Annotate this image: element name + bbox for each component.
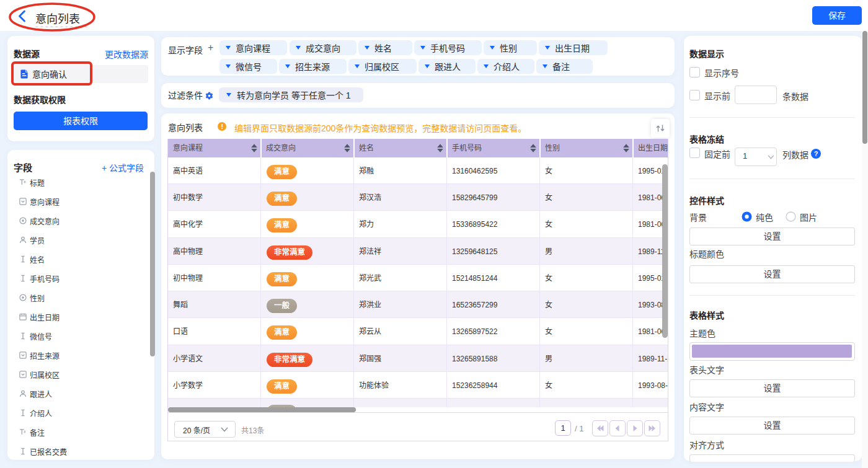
svg-text:?: ? bbox=[814, 150, 818, 157]
